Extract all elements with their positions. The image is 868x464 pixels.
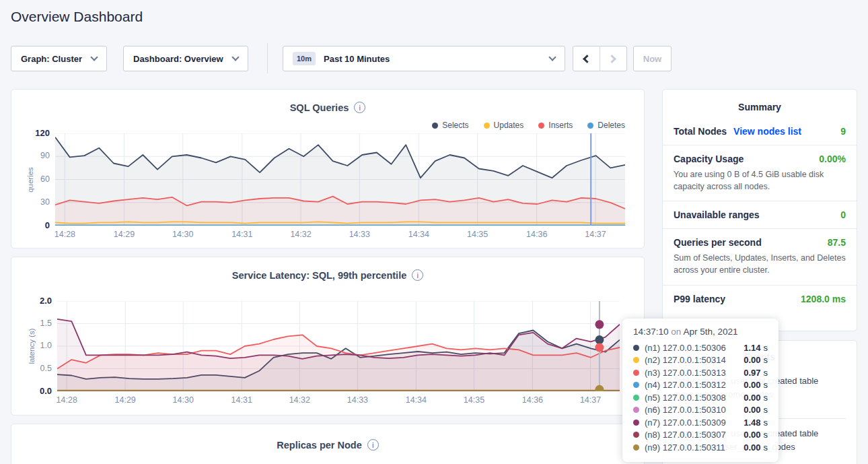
summary-value: 0 xyxy=(840,209,846,220)
legend-label: Updates xyxy=(494,121,524,130)
chart-title: Service Latency: SQL, 99th percentile xyxy=(232,270,407,281)
legend-item-deletes: Deletes xyxy=(587,121,625,130)
legend-dot xyxy=(484,123,490,129)
tooltip-node-label: (n8) 127.0.0.1:50307 xyxy=(645,430,726,440)
legend-label: Selects xyxy=(442,121,468,130)
x-axis-tick: 14:29 xyxy=(105,395,145,405)
x-axis-tick: 14:28 xyxy=(44,230,85,239)
x-axis-tick: 14:29 xyxy=(104,230,144,239)
dashboard-label: Dashboard: Overview xyxy=(133,54,223,64)
summary-value: 87.5 xyxy=(828,237,846,248)
tooltip-node-row: (n1) 127.0.0.1:503061.14s xyxy=(633,341,768,354)
summary-title: Summary xyxy=(663,90,857,118)
tooltip-node-row: (n8) 127.0.0.1:503070.00s xyxy=(633,429,768,442)
tooltip-node-unit: s xyxy=(764,393,768,403)
x-axis-tick: 14:36 xyxy=(517,230,557,239)
tooltip-node-unit: s xyxy=(764,355,768,365)
series-dot xyxy=(633,395,639,401)
info-icon[interactable]: i xyxy=(412,269,423,281)
replicas-title-row: Replicas per Node i xyxy=(11,439,644,451)
tooltip-node-label: (n7) 127.0.0.1:50309 xyxy=(645,418,726,428)
x-axis-tick: 14:30 xyxy=(163,395,203,405)
x-axis-tick: 14:31 xyxy=(222,230,262,239)
tooltip-node-row: (n5) 127.0.0.1:503080.00s xyxy=(633,391,768,404)
tooltip-rows: (n1) 127.0.0.1:503061.14s(n2) 127.0.0.1:… xyxy=(633,341,768,454)
summary-item-queries-per-second: Queries per second87.5Sum of Selects, Up… xyxy=(663,228,857,284)
tooltip-node-value: 1.48 xyxy=(744,418,760,428)
info-icon[interactable]: i xyxy=(354,102,365,113)
chart-title: Replicas per Node xyxy=(277,440,362,451)
chart-hover-tooltip: 14:37:10 on Apr 5th, 2021 (n1) 127.0.0.1… xyxy=(622,319,779,462)
series-dot xyxy=(633,382,639,388)
prev-time-button[interactable] xyxy=(573,46,600,71)
series-dot xyxy=(633,407,639,413)
tooltip-node-value: 0.00 xyxy=(744,430,760,440)
chevron-right-icon xyxy=(608,55,616,63)
summary-value: 1208.0 ms xyxy=(801,294,846,304)
tooltip-node-unit: s xyxy=(764,405,768,415)
tooltip-node-label: (n4) 127.0.0.1:50312 xyxy=(645,380,726,390)
tooltip-node-label: (n5) 127.0.0.1:50308 xyxy=(645,393,726,403)
info-icon[interactable]: i xyxy=(367,439,379,451)
summary-item-total-nodes: Total NodesView nodes list9 xyxy=(663,118,857,145)
tooltip-node-unit: s xyxy=(764,368,768,378)
x-axis-tick: 14:28 xyxy=(46,395,87,405)
legend-item-inserts: Inserts xyxy=(538,121,573,130)
summary-label: Unavailable ranges xyxy=(674,209,760,220)
y-axis-tick: 30 xyxy=(19,197,50,207)
summary-row: Unavailable ranges0 xyxy=(674,209,846,220)
summary-row: P99 latency1208.0 ms xyxy=(674,294,846,304)
next-time-button[interactable] xyxy=(600,46,627,71)
tooltip-node-row: (n4) 127.0.0.1:503120.00s xyxy=(633,379,768,392)
tooltip-node-unit: s xyxy=(764,343,768,353)
legend-dot xyxy=(587,123,593,129)
page-title: Overview Dashboard xyxy=(11,9,143,25)
y-axis-tick: 1.5 xyxy=(21,319,52,328)
x-axis-tick: 14:35 xyxy=(458,230,498,239)
tooltip-node-value: 0.00 xyxy=(744,393,760,403)
y-axis-tick: 0 xyxy=(19,220,50,230)
series-dot xyxy=(633,432,639,438)
summary-label: P99 latency xyxy=(674,294,725,304)
y-axis-tick: 90 xyxy=(19,151,50,160)
summary-item-p99-latency: P99 latency1208.0 ms xyxy=(663,285,857,312)
tooltip-node-value: 0.00 xyxy=(744,355,760,365)
tooltip-node-value: 0.00 xyxy=(744,380,760,390)
tooltip-node-value: 0.00 xyxy=(744,405,760,415)
x-axis-tick: 14:37 xyxy=(571,395,611,405)
tooltip-node-row: (n6) 127.0.0.1:503100.00s xyxy=(633,404,768,417)
chevron-left-icon xyxy=(583,55,591,63)
tooltip-node-unit: s xyxy=(764,430,768,440)
tooltip-node-label: (n9) 127.0.0.1:50311 xyxy=(645,442,725,453)
graph-scope-dropdown[interactable]: Graph: Cluster xyxy=(11,46,107,71)
series-dot xyxy=(633,345,639,351)
tooltip-node-value: 0.00 xyxy=(744,442,760,453)
legend-label: Inserts xyxy=(548,121,573,130)
tooltip-node-row: (n7) 127.0.0.1:503091.48s xyxy=(633,416,768,429)
legend-item-selects: Selects xyxy=(432,121,468,130)
y-axis-tick: 2.0 xyxy=(21,296,52,306)
service-latency-title-row: Service Latency: SQL, 99th percentile i xyxy=(11,269,644,281)
now-button-label: Now xyxy=(643,54,661,64)
summary-label: Queries per second xyxy=(674,237,762,248)
now-button[interactable]: Now xyxy=(633,46,672,71)
tooltip-node-row: (n3) 127.0.0.1:503130.97s xyxy=(633,366,768,379)
summary-items: Total NodesView nodes list9Capacity Usag… xyxy=(663,118,857,312)
summary-desc: You are using 0 B of 4.5 GiB usable disk… xyxy=(674,168,846,193)
overview-dashboard-page: Overview Dashboard Graph: Cluster Dashbo… xyxy=(0,0,868,464)
replicas-per-node-panel: Replicas per Node i xyxy=(11,424,645,464)
y-axis-tick: 120 xyxy=(19,128,50,138)
x-axis-tick: 14:30 xyxy=(163,230,203,239)
view-nodes-list-link[interactable]: View nodes list xyxy=(733,126,801,137)
legend-label: Deletes xyxy=(598,121,625,130)
dashboard-dropdown[interactable]: Dashboard: Overview xyxy=(123,46,248,71)
time-range-badge: 10m xyxy=(293,52,316,65)
legend-item-updates: Updates xyxy=(484,121,524,130)
summary-item-capacity-usage: Capacity Usage0.00%You are using 0 B of … xyxy=(663,145,857,201)
summary-panel: Summary Total NodesView nodes list9Capac… xyxy=(662,89,857,331)
series-dot xyxy=(633,357,639,363)
service-latency-chart[interactable] xyxy=(57,301,620,391)
sql-queries-chart[interactable] xyxy=(55,133,625,226)
time-range-dropdown[interactable]: 10m Past 10 Minutes xyxy=(283,46,565,71)
x-axis-tick: 14:33 xyxy=(337,395,377,405)
